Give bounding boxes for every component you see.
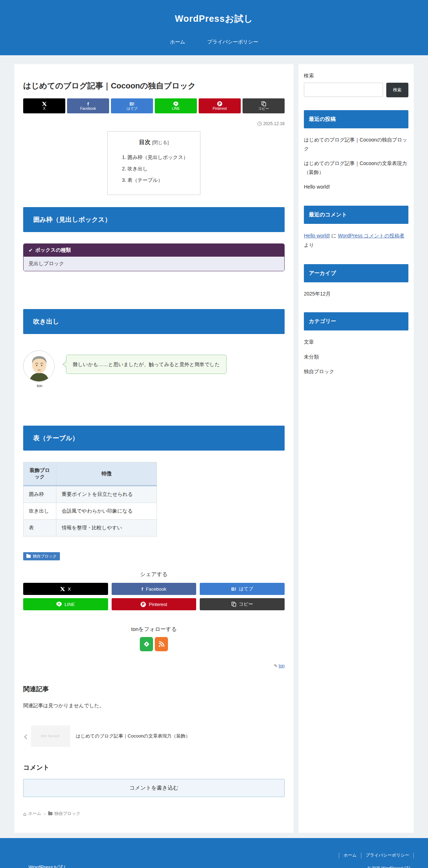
publish-date-row: 2025.12.16 [23,121,285,126]
follow-heading: tonをフォローする [23,626,285,633]
table-row: 吹き出し 会話風でやわらかい印象になる [24,503,157,520]
no-image-thumbnail: NO IMAGE [31,725,70,747]
table-header-cell: 特徴 [56,462,157,486]
speech-bubble-block: ton 難しいかも……と思いましたが、触ってみると意外と簡単でした [23,350,285,388]
share-pinterest-button[interactable]: P Pinterest [112,598,197,610]
table-cell: 吹き出し [24,503,56,520]
chevron-left-icon: ‹ [23,730,28,742]
share-label: コピー [258,107,269,111]
comment-post-link[interactable]: Hello world! [304,233,330,238]
category-link[interactable]: 独自ブロック [304,367,408,376]
facebook-icon: f [87,102,89,106]
author-link[interactable]: ton [279,663,285,668]
table-row: 表 情報を整理・比較しやすい [24,520,157,536]
feedly-icon[interactable] [140,637,153,651]
share-hatena-button[interactable]: B! はてブ [111,98,153,113]
archive-title: アーカイブ [304,264,408,282]
related-heading: 関連記事 [23,685,285,693]
recent-comment-entry: Hello world! に WordPress コメントの投稿者 より [304,231,408,250]
site-footer: ホーム プライバシーポリシー © 2025 WordPressお試し. Word… [0,838,428,868]
toc-item[interactable]: 表（テーブル） [128,175,188,186]
site-title[interactable]: WordPressお試し [0,0,428,25]
share-x-button[interactable]: X [23,98,65,113]
prev-post-nav[interactable]: ‹ NO IMAGE はじめてのブログ記事｜Cocoonの文章表現力（装飾） [23,725,285,747]
breadcrumb-home[interactable]: ⌂ ホーム [23,811,41,817]
search-button[interactable]: 検索 [386,83,408,97]
footer-site-name[interactable]: WordPressお試し [29,864,68,868]
breadcrumb-category[interactable]: 独自ブロック [48,811,80,817]
clock-icon [258,122,262,126]
heading-box-header: ✔ ボックスの種類 [24,244,284,257]
toc-item[interactable]: 囲み枠（見出しボックス） [128,152,188,163]
copy-icon [261,101,266,106]
comments-heading: コメント [23,763,285,772]
article-card: はじめてのブログ記事｜Cocoonの独自ブロック X f Facebook B!… [14,64,294,833]
share-label: Facebook [80,107,96,111]
category-link[interactable]: 未分類 [304,353,408,361]
table-cell: 会話風でやわらかい印象になる [56,503,157,520]
table-cell: 囲み枠 [24,486,56,503]
copy-icon [231,602,236,607]
table-header-row: 装飾ブロック 特徴 [24,462,157,486]
line-icon [173,102,178,106]
comment-author-link[interactable]: WordPress コメントの投稿者 [338,233,404,238]
heading-box-block: ✔ ボックスの種類 見出しブロック [23,243,285,271]
toc-item[interactable]: 吹き出し [128,163,188,175]
archive-link[interactable]: 2025年12月 [304,289,408,298]
write-comment-button[interactable]: コメントを書き込む [23,779,285,797]
share-x-button[interactable]: X [23,583,108,595]
heading-box-body: 見出しブロック [24,257,284,271]
footer-separator [413,853,414,858]
line-icon [56,602,62,607]
category-tag[interactable]: 独自ブロック [23,552,60,560]
categories-list: 文章 未分類 独自ブロック [304,338,408,376]
toc-list: 囲み枠（見出しボックス） 吹き出し 表（テーブル） [128,152,188,186]
facebook-icon: f [142,586,143,592]
rss-icon[interactable] [155,637,168,651]
header-nav: ホーム プライバシーポリシー [0,39,428,45]
publish-date: 2025.12.16 [263,121,285,126]
footer-nav-privacy[interactable]: プライバシーポリシー [361,852,413,858]
recent-post-link[interactable]: はじめてのブログ記事｜Cocoonの独自ブロック [304,135,408,153]
category-link[interactable]: 文章 [304,338,408,346]
search-input[interactable] [304,83,383,97]
share-label: X [43,107,46,111]
svg-text:P: P [142,602,145,606]
footer-copyright: © 2025 WordPressお試し. [14,866,414,868]
share-line-button[interactable]: LINE [23,598,108,610]
heading-box-header-label: ボックスの種類 [35,247,71,253]
toc-box: 目次 [閉じる] 囲み枠（見出しボックス） 吹き出し 表（テーブル） [107,131,201,195]
share-copy-button[interactable]: コピー [200,598,285,610]
share-hatena-button[interactable]: B! はてブ [200,583,285,595]
x-icon [42,102,47,106]
share-pinterest-button[interactable]: P Pinterest [199,98,241,113]
share-buttons-bottom: X f Facebook B! はてブ LINE P Pinterest コピー [23,583,285,610]
nav-privacy-policy[interactable]: プライバシーポリシー [207,39,258,45]
recent-post-link[interactable]: はじめてのブログ記事｜Cocoonの文章表現力（装飾） [304,159,408,176]
footer-nav: ホーム プライバシーポリシー [14,852,414,858]
pinterest-icon: P [217,101,222,106]
folder-icon [48,812,52,815]
table-row: 囲み枠 重要ポイントを目立たせられる [24,486,157,503]
comment-connector: に [331,233,336,238]
author-row: ✎ ton [23,663,285,668]
table-cell: 重要ポイントを目立たせられる [56,486,157,503]
site-header: WordPressお試し ホーム プライバシーポリシー [0,0,428,55]
nav-home[interactable]: ホーム [170,39,185,45]
footer-nav-home[interactable]: ホーム [339,852,361,858]
share-facebook-button[interactable]: f Facebook [67,98,109,113]
table-cell: 表 [24,520,56,536]
category-tag-label: 独自ブロック [33,554,57,559]
related-empty-text: 関連記事は見つかりませんでした。 [23,703,285,709]
recent-post-link[interactable]: Hello world! [304,183,408,191]
share-line-button[interactable]: LINE [155,98,197,113]
toc-toggle-link[interactable]: [閉じる] [152,140,169,145]
breadcrumb: ⌂ ホーム › 独自ブロック [23,811,285,817]
share-facebook-button[interactable]: f Facebook [112,583,197,595]
recent-posts-title: 最近の投稿 [304,110,408,128]
share-label: Pinterest [149,602,167,607]
svg-text:P: P [218,102,221,106]
share-copy-button[interactable]: コピー [243,98,285,113]
decoration-table: 装飾ブロック 特徴 囲み枠 重要ポイントを目立たせられる 吹き出し 会話風でやわ… [23,462,157,536]
page-body: はじめてのブログ記事｜Cocoonの独自ブロック X f Facebook B!… [0,55,428,838]
